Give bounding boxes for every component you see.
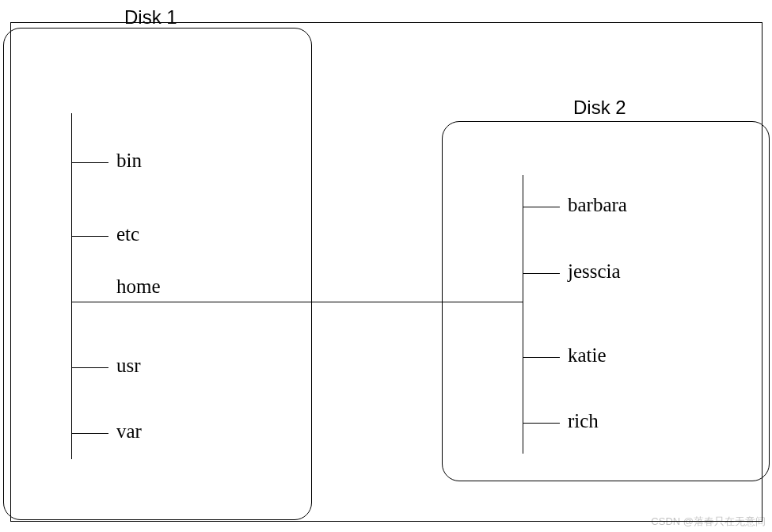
branch-rich	[523, 423, 560, 424]
watermark: CSDN @落春只在无意间	[651, 515, 766, 529]
branch-bin	[71, 162, 108, 163]
item-bin: bin	[116, 150, 142, 172]
item-etc: etc	[116, 223, 139, 245]
branch-barbara	[523, 207, 560, 207]
item-barbara: barbara	[568, 194, 627, 216]
item-rich: rich	[568, 410, 599, 432]
item-var: var	[116, 420, 142, 443]
branch-etc	[71, 236, 108, 237]
disk1-box	[3, 28, 312, 520]
item-usr: usr	[116, 355, 141, 377]
disk2-tree-stem	[523, 175, 523, 454]
branch-usr	[71, 367, 108, 368]
branch-katie	[523, 357, 560, 358]
branch-var	[71, 433, 108, 434]
disk2-title: Disk 2	[573, 97, 626, 119]
connector-home-to-disk2	[71, 302, 523, 302]
item-home: home	[116, 276, 161, 298]
item-katie: katie	[568, 344, 607, 367]
disk1-tree-stem	[71, 113, 72, 459]
disk1-title: Disk 1	[124, 6, 177, 28]
branch-jesscia	[523, 273, 560, 274]
item-jesscia: jesscia	[568, 260, 621, 283]
